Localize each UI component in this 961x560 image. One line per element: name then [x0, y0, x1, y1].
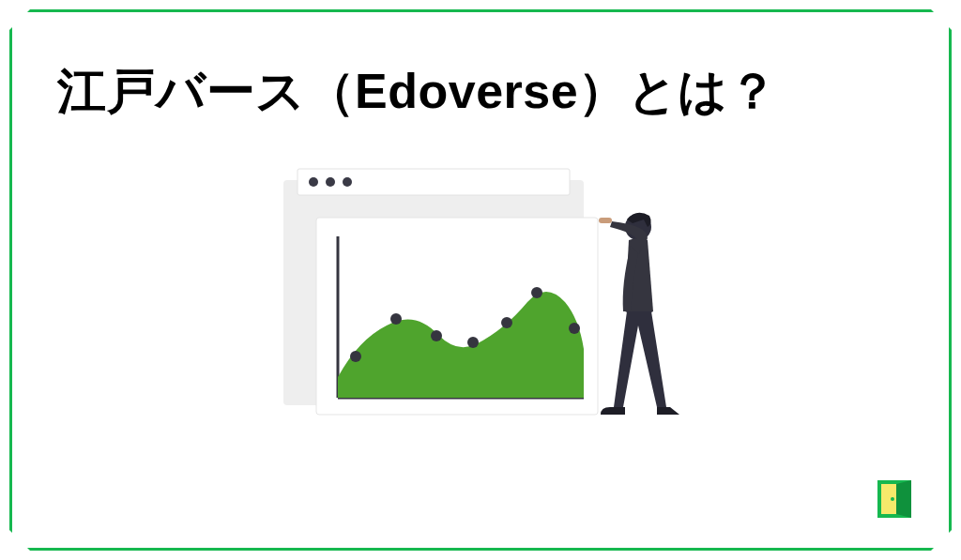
browser-dot-icon [326, 177, 335, 187]
browser-dot-icon [309, 177, 318, 187]
person-icon [599, 213, 679, 415]
data-point [569, 323, 580, 334]
info-card: 江戸バース（Edoverse）とは？ [9, 9, 952, 551]
svg-rect-1 [599, 218, 612, 223]
browser-dot-icon [343, 177, 352, 187]
chart-person-illustration [265, 161, 696, 452]
data-point [431, 330, 442, 341]
browser-topbar [297, 169, 570, 195]
data-point [501, 317, 512, 328]
door-logo-icon [872, 477, 917, 522]
data-point [531, 287, 542, 298]
card-title: 江戸バース（Edoverse）とは？ [57, 59, 921, 125]
data-point [390, 313, 402, 325]
svg-point-2 [891, 497, 894, 501]
data-point [467, 337, 479, 348]
data-point [350, 351, 361, 362]
